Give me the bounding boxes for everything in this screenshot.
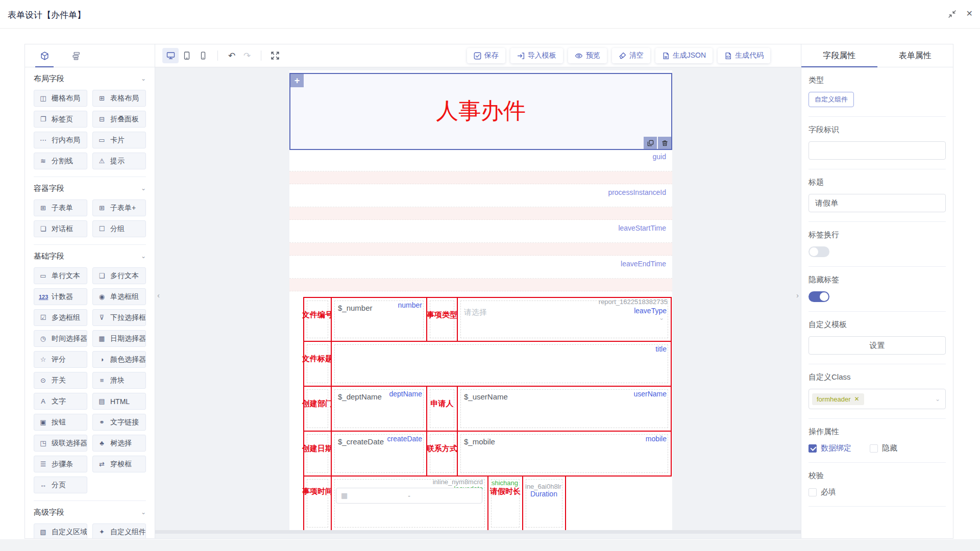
palette-item[interactable]: ◷ 时间选择器 bbox=[34, 330, 87, 347]
palette-item[interactable]: ▣ 按钮 bbox=[34, 414, 87, 431]
table-label-cell[interactable]: 创建部门 bbox=[304, 387, 332, 432]
canvas-horizontal-scrollbar[interactable] bbox=[155, 530, 801, 534]
close-icon[interactable]: ✕ bbox=[966, 10, 973, 18]
collapse-window-icon[interactable] bbox=[948, 10, 956, 18]
custom-class-select[interactable]: formheader ✕ ⌄ bbox=[808, 389, 946, 409]
required-checkbox[interactable]: 必填 bbox=[808, 487, 836, 497]
palette-item[interactable]: ▭ 单行文本 bbox=[34, 267, 87, 284]
fullscreen-icon[interactable] bbox=[267, 48, 283, 63]
table-label-cell[interactable]: 文件编号 bbox=[304, 298, 332, 342]
table-label-cell[interactable]: 申请人 bbox=[427, 387, 458, 432]
table-field-cell[interactable]: $_userName userName bbox=[458, 387, 672, 432]
palette-item[interactable]: ⇄ 穿梭框 bbox=[92, 456, 146, 472]
chevron-down-icon[interactable]: ⌄ bbox=[141, 509, 146, 516]
generate-json-button[interactable]: 生成JSON bbox=[655, 48, 713, 63]
palette-item[interactable]: ↔ 分页 bbox=[34, 477, 87, 493]
palette-item[interactable]: ◉ 单选框组 bbox=[92, 288, 146, 305]
table-daterange-cell[interactable]: inline_nym8mcrd leavedate ▦ - bbox=[332, 477, 488, 530]
hidden-field-row[interactable]: guid bbox=[289, 151, 672, 184]
table-field-cell[interactable]: $_mobile mobile bbox=[458, 432, 672, 477]
chevron-down-icon[interactable]: ⌄ bbox=[141, 185, 146, 192]
palette-item[interactable]: ▦ 日期选择器 bbox=[92, 330, 146, 347]
table-field-cell[interactable]: $_number number bbox=[332, 298, 427, 342]
table-label-cell[interactable]: 文件标题 bbox=[304, 342, 332, 387]
palette-item[interactable]: ✦ 自定义组件 bbox=[92, 523, 146, 538]
undo-icon[interactable]: ↶ bbox=[224, 48, 239, 63]
palette-item[interactable]: ⋯ 行内布局 bbox=[34, 132, 87, 148]
preview-button[interactable]: 预览 bbox=[568, 48, 607, 63]
palette-item[interactable]: ◳ 级联选择器 bbox=[34, 435, 87, 452]
field-value: $_mobile bbox=[464, 437, 495, 446]
hidden-field-row[interactable]: leaveStartTime bbox=[289, 222, 672, 256]
palette-item[interactable]: ☆ 评分 bbox=[34, 351, 87, 368]
table-field-cell[interactable]: $_deptName deptName bbox=[332, 387, 427, 432]
table-label-cell[interactable]: 请假时长 shichang bbox=[488, 477, 523, 530]
collapse-left-panel-handle[interactable]: ‹ bbox=[155, 286, 162, 304]
select-placeholder: 请选择 bbox=[464, 308, 487, 317]
palette-item[interactable]: ▤ HTML bbox=[92, 393, 146, 410]
clear-button[interactable]: 清空 bbox=[612, 48, 650, 63]
hidden-field-row[interactable]: leaveEndTime bbox=[289, 258, 672, 291]
palette-item[interactable]: ▭ 卡片 bbox=[92, 132, 146, 148]
data-bind-checkbox[interactable]: 数据绑定 bbox=[808, 443, 851, 453]
palette-item[interactable]: ☐ 分组 bbox=[92, 220, 146, 237]
form-header-component[interactable]: + 人事办件 bbox=[289, 73, 672, 150]
palette-tab-outline[interactable] bbox=[64, 44, 88, 67]
delete-component-button[interactable] bbox=[658, 137, 671, 149]
palette-item[interactable]: 123 计数器 bbox=[34, 288, 87, 305]
label-wrap-toggle[interactable] bbox=[808, 246, 829, 257]
table-field-cell[interactable]: title bbox=[332, 342, 672, 387]
design-canvas[interactable]: ‹ › + 人事办件 bbox=[155, 67, 801, 538]
save-button[interactable]: 保存 bbox=[467, 48, 505, 63]
palette-item[interactable]: ♣ 树选择 bbox=[92, 435, 146, 452]
table-duration-cell[interactable]: ine_6ai0h8lr Duration bbox=[523, 477, 566, 530]
palette-item[interactable]: ⚠ 提示 bbox=[92, 153, 146, 169]
generate-code-button[interactable]: 生成代码 bbox=[718, 48, 770, 63]
palette-item[interactable]: ⊞ 表格布局 bbox=[92, 90, 146, 107]
table-field-cell[interactable]: $_createDate createDate bbox=[332, 432, 427, 477]
palette-item[interactable]: ☰ 步骤条 bbox=[34, 456, 87, 472]
table-label-cell[interactable]: 事项类型 bbox=[427, 298, 458, 342]
hidden-field-row[interactable]: processInstanceId bbox=[289, 187, 672, 220]
device-desktop-button[interactable] bbox=[162, 48, 179, 63]
import-template-button[interactable]: 导入模板 bbox=[510, 48, 563, 63]
palette-tab-components[interactable] bbox=[32, 44, 57, 67]
palette-item[interactable]: ❏ 对话框 bbox=[34, 220, 87, 237]
chevron-down-icon[interactable]: ⌄ bbox=[141, 253, 146, 260]
table-label-cell[interactable]: 创建日期 bbox=[304, 432, 332, 477]
palette-item[interactable]: ⊽ 下拉选择框 bbox=[92, 309, 146, 326]
move-handle-icon[interactable]: + bbox=[290, 74, 304, 87]
table-label-cell[interactable]: 联系方式 bbox=[427, 432, 458, 477]
hide-label-toggle[interactable] bbox=[808, 291, 829, 302]
palette-item[interactable]: ≋ 分割线 bbox=[34, 153, 87, 169]
palette-item[interactable]: ▧ 自定义区域 bbox=[34, 523, 87, 538]
hidden-field-bind-label: processInstanceId bbox=[608, 188, 666, 196]
device-tablet-button[interactable] bbox=[179, 48, 195, 63]
title-input[interactable] bbox=[808, 194, 946, 212]
palette-item[interactable]: ⊞ 子表单 bbox=[34, 199, 87, 216]
remove-tag-icon[interactable]: ✕ bbox=[854, 395, 859, 403]
chevron-down-icon[interactable]: ⌄ bbox=[141, 75, 146, 82]
palette-item[interactable]: ❐ 标签页 bbox=[34, 111, 87, 128]
collapse-right-panel-handle[interactable]: › bbox=[794, 286, 801, 304]
palette-item[interactable]: ⚭ 文字链接 bbox=[92, 414, 146, 431]
tab-form-properties[interactable]: 表单属性 bbox=[877, 44, 953, 67]
palette-item[interactable]: ◫ 栅格布局 bbox=[34, 90, 87, 107]
palette-item[interactable]: ◑ 颜色选择器 bbox=[92, 351, 146, 368]
palette-item[interactable]: ⊞ 子表单+ bbox=[92, 199, 146, 216]
redo-icon[interactable]: ↷ bbox=[239, 48, 255, 63]
palette-item[interactable]: ❑ 多行文本 bbox=[92, 267, 146, 284]
palette-item[interactable]: ⊙ 开关 bbox=[34, 372, 87, 389]
hidden-checkbox[interactable]: 隐藏 bbox=[870, 443, 897, 453]
copy-component-button[interactable] bbox=[644, 137, 657, 149]
template-settings-button[interactable]: 设置 bbox=[808, 336, 946, 355]
palette-item[interactable]: ≡ 滑块 bbox=[92, 372, 146, 389]
palette-item[interactable]: ⊟ 折叠面板 bbox=[92, 111, 146, 128]
palette-item[interactable]: A 文字 bbox=[34, 393, 87, 410]
field-id-input[interactable] bbox=[808, 141, 946, 160]
device-phone-button[interactable] bbox=[195, 48, 211, 63]
table-label-cell[interactable]: 事项时间 bbox=[304, 477, 332, 530]
daterange-input[interactable]: ▦ - bbox=[336, 488, 482, 504]
palette-item[interactable]: ☑ 多选框组 bbox=[34, 309, 87, 326]
tab-field-properties[interactable]: 字段属性 bbox=[801, 44, 877, 67]
